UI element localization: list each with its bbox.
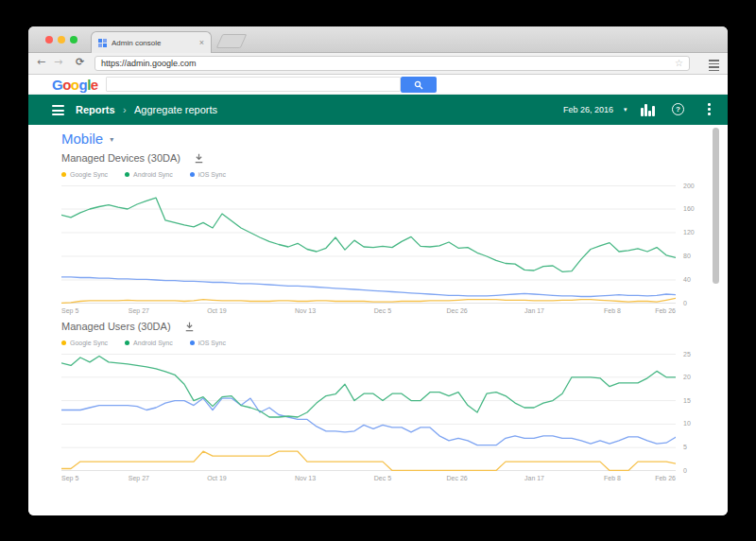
x-axis-label: Sep 5 xyxy=(61,307,78,314)
x-axis-label: Sep 27 xyxy=(129,307,149,314)
breadcrumb-aggregate-reports: Aggregate reports xyxy=(134,104,217,115)
x-axis-label: Jan 17 xyxy=(524,475,544,481)
date-selector[interactable]: Feb 26, 2016 xyxy=(563,105,613,114)
x-axis-label: Feb 8 xyxy=(604,475,621,481)
x-axis-label: Oct 19 xyxy=(207,307,227,314)
chart-legend: Google SyncAndroid SynciOS Sync xyxy=(61,171,226,178)
x-axis-label: Sep 5 xyxy=(61,475,78,481)
page-title-text: Mobile xyxy=(61,131,103,147)
chart-canvas xyxy=(61,354,676,471)
window-zoom-button[interactable] xyxy=(70,36,77,44)
x-axis-label: Nov 13 xyxy=(295,475,316,481)
browser-toolbar: ← → ⟳ https://admin.google.com ☆ xyxy=(28,53,728,75)
tab-title: Admin console xyxy=(112,39,195,47)
x-axis-label: Oct 19 xyxy=(207,475,227,481)
x-axis-label: Feb 8 xyxy=(604,307,621,314)
chart-plot-area xyxy=(61,185,676,304)
google-logo-letter: g xyxy=(79,77,88,93)
search-button[interactable] xyxy=(401,77,437,93)
y-axis-label: 0 xyxy=(683,467,687,474)
y-axis-label: 25 xyxy=(683,351,691,358)
google-logo-letter: e xyxy=(91,77,98,93)
scrollbar-thumb[interactable] xyxy=(713,128,719,284)
date-caret-icon[interactable]: ▾ xyxy=(624,106,627,113)
legend-label: Google Sync xyxy=(70,171,108,178)
y-axis-label: 40 xyxy=(683,276,691,283)
url-text[interactable]: https://admin.google.com xyxy=(101,59,675,68)
google-search-bar: Google xyxy=(28,75,728,95)
x-axis-label: Feb 26 xyxy=(655,475,676,481)
reports-bars-icon[interactable] xyxy=(641,103,655,116)
chart-plot-area xyxy=(61,354,676,471)
search-input[interactable] xyxy=(106,77,401,92)
legend-item-android-sync: Android Sync xyxy=(125,340,173,346)
breadcrumb-separator: › xyxy=(123,104,127,115)
reload-icon[interactable]: ⟳ xyxy=(76,56,84,68)
chart-line-ios-sync xyxy=(61,398,676,445)
legend-label: iOS Sync xyxy=(198,171,226,178)
legend-dot xyxy=(190,172,195,177)
forward-icon[interactable]: → xyxy=(54,56,62,68)
x-axis-label: Dec 5 xyxy=(374,307,391,314)
legend-label: Android Sync xyxy=(133,340,173,346)
x-axis-label: Sep 27 xyxy=(129,475,149,481)
admin-app-bar: Reports › Aggregate reports Feb 26, 2016… xyxy=(28,95,728,125)
y-axis-label: 0 xyxy=(683,300,687,306)
legend-dot xyxy=(190,340,195,345)
y-axis-label: 200 xyxy=(683,183,695,189)
bookmark-star-icon[interactable]: ☆ xyxy=(675,59,683,68)
browser-tab[interactable]: Admin console × xyxy=(91,31,212,54)
x-axis-label: Feb 26 xyxy=(655,307,676,314)
download-icon[interactable] xyxy=(184,322,195,332)
google-logo-letter: o xyxy=(62,77,71,93)
breadcrumb-reports[interactable]: Reports xyxy=(76,104,115,115)
overflow-menu-icon[interactable] xyxy=(708,103,711,115)
legend-dot xyxy=(125,172,129,177)
help-icon[interactable]: ? xyxy=(672,103,684,115)
window-close-button[interactable] xyxy=(45,36,53,44)
y-axis-label: 80 xyxy=(683,253,691,259)
page-title[interactable]: Mobile▾ xyxy=(61,131,113,147)
menu-hamburger-icon[interactable] xyxy=(52,105,64,115)
legend-item-ios-sync: iOS Sync xyxy=(190,171,226,178)
legend-item-ios-sync: iOS Sync xyxy=(190,340,226,346)
legend-dot xyxy=(61,340,66,345)
legend-item-android-sync: Android Sync xyxy=(125,171,173,178)
chart-title: Managed Users (30DA) xyxy=(61,321,171,332)
legend-dot xyxy=(61,172,66,177)
address-bar[interactable]: https://admin.google.com ☆ xyxy=(94,56,690,71)
x-axis-label: Jan 17 xyxy=(524,307,544,314)
legend-label: iOS Sync xyxy=(198,340,226,346)
browser-tab-strip: Admin console × xyxy=(28,26,728,53)
download-icon[interactable] xyxy=(194,153,204,164)
chart-canvas xyxy=(61,185,676,304)
back-icon[interactable]: ← xyxy=(37,56,45,68)
x-axis-label: Dec 26 xyxy=(447,307,468,314)
google-logo-letter: G xyxy=(52,77,62,93)
browser-window: Admin console × ← → ⟳ https://admin.goog… xyxy=(28,26,728,515)
chart-line-google-sync xyxy=(61,451,676,470)
tab-close-icon[interactable]: × xyxy=(199,39,204,47)
browser-menu-icon[interactable] xyxy=(709,60,719,71)
chart-legend: Google SyncAndroid SynciOS Sync xyxy=(61,340,226,346)
y-axis-label: 15 xyxy=(683,397,691,404)
legend-dot xyxy=(125,340,129,345)
new-tab-button[interactable] xyxy=(216,34,248,48)
x-axis-label: Dec 26 xyxy=(447,475,468,481)
x-axis-label: Dec 5 xyxy=(374,475,391,481)
search-icon xyxy=(414,80,423,90)
google-logo: Google xyxy=(52,77,98,93)
legend-item-google-sync: Google Sync xyxy=(61,340,108,346)
legend-item-google-sync: Google Sync xyxy=(61,171,108,178)
chart-line-google-sync xyxy=(61,298,676,303)
x-axis-label: Nov 13 xyxy=(295,307,316,314)
admin-console-favicon xyxy=(98,39,107,47)
chart-title: Managed Devices (30DA) xyxy=(61,152,180,164)
page-content: Mobile▾ Managed Devices (30DA) Google Sy… xyxy=(28,125,728,515)
y-axis-label: 20 xyxy=(683,374,691,380)
page-title-caret-icon[interactable]: ▾ xyxy=(110,135,113,144)
y-axis-label: 160 xyxy=(683,205,695,212)
window-minimize-button[interactable] xyxy=(58,36,65,44)
desktop-background: Admin console × ← → ⟳ https://admin.goog… xyxy=(0,0,756,541)
y-axis-label: 5 xyxy=(683,444,687,450)
